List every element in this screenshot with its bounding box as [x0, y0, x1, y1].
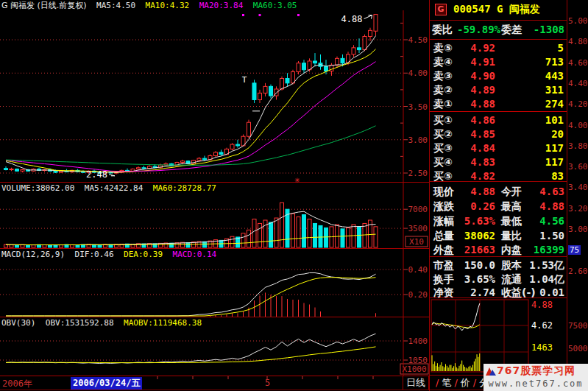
- label-change: 涨跌: [433, 200, 454, 214]
- candle-body: [336, 58, 339, 65]
- ask2-label: 卖②: [433, 83, 453, 97]
- bid4-label: 买④: [433, 155, 453, 169]
- volume-bar: [263, 220, 267, 247]
- info-row: 涨跌 0.26 最高 4.88: [430, 200, 567, 214]
- outer-lot: 21663: [464, 243, 495, 257]
- logo-mountain-icon: [485, 365, 497, 376]
- info-row: 现价 4.88 今开 4.63: [430, 185, 567, 199]
- volume-bar: [319, 225, 322, 247]
- label-inner-lot: 内盘: [501, 243, 522, 257]
- bid2-volume: 20: [551, 127, 564, 141]
- candle-body: [291, 71, 295, 82]
- volume-bar: [170, 243, 174, 247]
- chart-title: G 闽福发 (日线.前复权): [1, 1, 87, 10]
- ask-row-1[interactable]: 卖① 4.88 274: [430, 97, 567, 111]
- candle-body: [10, 169, 13, 170]
- candle-body: [181, 161, 185, 163]
- right-scale-label: 75: [568, 245, 581, 255]
- info-row: 总量 38062 量比 1.50: [430, 229, 567, 243]
- high-price: 4.88: [539, 200, 564, 214]
- main-chart-canvas[interactable]: 4.504.003.503.002.50700035000.400.201400…: [0, 0, 429, 391]
- volume-bar: [314, 223, 317, 247]
- ask1-label: 卖①: [433, 97, 453, 111]
- bid5-label: 买⑤: [433, 169, 453, 183]
- candle-body: [280, 78, 284, 88]
- total-shares: 1.53亿: [529, 258, 564, 272]
- logo-site-name: 767股票学习网: [497, 364, 575, 378]
- signal-marker: [297, 14, 300, 16]
- volume-bar: [341, 229, 344, 247]
- ask-row-2[interactable]: 卖② 4.89 311: [430, 83, 567, 97]
- volume-bar: [280, 202, 284, 247]
- obv-axis-label: 1400: [408, 337, 428, 346]
- ask1-price: 4.88: [470, 97, 495, 111]
- inner-lot: 16399: [534, 243, 564, 257]
- macd-value: MACD:0.14: [173, 250, 217, 259]
- ma60-line: [6, 126, 376, 166]
- volume-bar: [43, 245, 46, 247]
- quote-panel: G 000547 G 闽福发 委比 -59.89% 委差 -1308 卖⑤ 4.…: [430, 0, 567, 391]
- maobv-line: [6, 347, 376, 363]
- right-scale-label: 3.40: [568, 183, 588, 192]
- ask-row-5[interactable]: 卖⑤ 4.92 5: [430, 41, 567, 55]
- label-current-price: 现价: [433, 185, 454, 199]
- label-open: 今开: [501, 185, 522, 199]
- candle-body: [197, 158, 201, 161]
- ask-row-4[interactable]: 卖④ 4.91 713: [430, 55, 567, 69]
- ask4-price: 4.91: [470, 55, 495, 69]
- signal-marker: [259, 14, 261, 16]
- volume-bar: [363, 223, 366, 247]
- open-price: 4.63: [539, 185, 564, 199]
- volume-ma60-value: MA60:28728.77: [153, 183, 216, 193]
- obv-unit-label: X1000: [402, 364, 426, 374]
- candle-body: [252, 83, 256, 100]
- candle-body: [236, 144, 240, 146]
- ask-row-3[interactable]: 卖③ 4.90 443: [430, 69, 567, 83]
- g-share-badge: G: [435, 4, 447, 15]
- turnover-rate: 3.65%: [464, 272, 495, 286]
- right-scale-label: 3.60: [568, 162, 588, 172]
- label-nav: 净资: [433, 286, 454, 300]
- obv-line: [6, 334, 376, 363]
- label-pe: 市盈: [433, 258, 454, 272]
- volume-bar: [358, 227, 361, 247]
- bid-row-5[interactable]: 买⑤ 4.82 83: [430, 169, 567, 183]
- macd-axis-label: 0.20: [408, 290, 428, 300]
- volume-bar: [98, 244, 102, 247]
- pane-splitter-icon[interactable]: ✳: [294, 177, 300, 184]
- candle-body: [54, 171, 57, 172]
- bid-row-2[interactable]: 买② 4.85 20: [430, 127, 567, 141]
- bid2-price: 4.85: [470, 127, 495, 141]
- obv-name: OBV(30): [1, 318, 35, 328]
- bid2-label: 买②: [433, 127, 453, 141]
- ask3-price: 4.90: [470, 69, 495, 83]
- current-price: 4.88: [470, 185, 495, 199]
- bid3-label: 买③: [433, 141, 453, 155]
- candle-body: [258, 93, 262, 99]
- right-scale-label: 4.60: [568, 58, 588, 68]
- candle-body: [363, 36, 366, 49]
- bid-row-4[interactable]: 买④ 4.83 117: [430, 155, 567, 169]
- bid-row-1[interactable]: 买① 4.86 101: [430, 113, 567, 127]
- candle-body: [15, 169, 19, 172]
- candle-body: [341, 58, 344, 63]
- ma20-line: [6, 62, 376, 172]
- ma5-value: MA5:4.50: [96, 1, 135, 10]
- time-axis-year: 2006年: [2, 378, 32, 390]
- label-volume-ratio: 量比: [501, 229, 522, 243]
- dea-line: [6, 278, 376, 316]
- right-scale-label: 3.20: [568, 204, 588, 214]
- bid-row-3[interactable]: 买③ 4.84 117: [430, 141, 567, 155]
- candle-body: [358, 48, 361, 50]
- volume-bar: [269, 222, 273, 247]
- candle-body: [297, 63, 300, 72]
- tab-daily-period[interactable]: 日线: [403, 376, 429, 390]
- volume-bar: [325, 228, 328, 247]
- pe-ratio: 150.0: [464, 258, 495, 272]
- volume-bar: [274, 218, 278, 247]
- volume-bar: [241, 233, 245, 247]
- weibi-label: 委比: [432, 23, 453, 37]
- ask2-price: 4.89: [470, 83, 495, 97]
- ask4-volume: 713: [545, 55, 564, 69]
- float-shares: 1.04亿: [529, 272, 564, 286]
